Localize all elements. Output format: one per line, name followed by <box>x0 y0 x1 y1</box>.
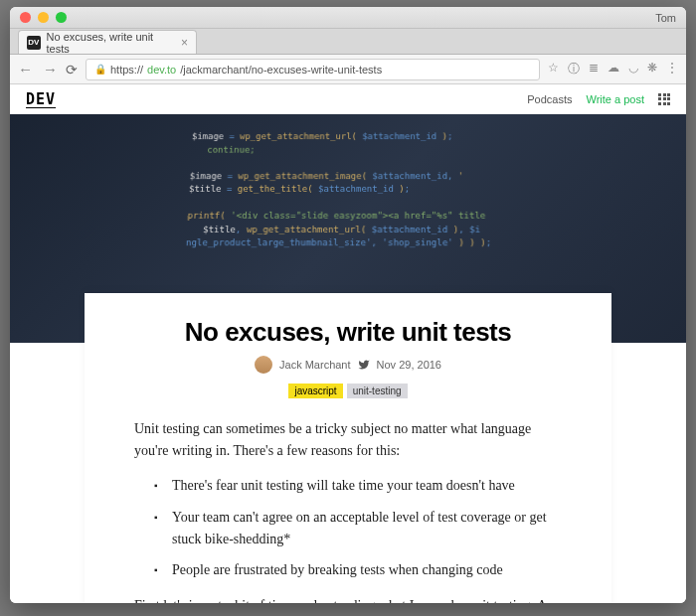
menu-icon[interactable]: ⋮ <box>666 61 678 77</box>
article-title: No excuses, write unit tests <box>134 317 562 348</box>
reload-button[interactable]: ⟳ <box>66 62 78 77</box>
article-body: Unit testing can sometimes be a tricky s… <box>134 418 562 603</box>
list-item: There's fear unit testing will take time… <box>154 475 562 497</box>
site-navbar: DEV Podcasts Write a post <box>10 84 686 114</box>
star-icon[interactable]: ☆ <box>548 61 559 77</box>
maximize-window-button[interactable] <box>56 12 67 23</box>
tab-bar: DV No excuses, write unit tests × <box>10 29 686 55</box>
url-field[interactable]: 🔒 https://dev.to/jackmarchant/no-excuses… <box>86 59 540 80</box>
window-titlebar: Tom <box>10 7 686 29</box>
list-item: Your team can't agree on an acceptable l… <box>154 507 562 549</box>
outro-paragraph: First let's invest a bit of time underst… <box>134 595 562 603</box>
browser-window: Tom DV No excuses, write unit tests × ← … <box>10 7 686 603</box>
url-path: /jackmarchant/no-excuses-write-unit-test… <box>180 64 382 76</box>
info-icon[interactable]: ⓘ <box>568 61 580 77</box>
site-logo[interactable]: DEV <box>26 90 56 108</box>
cloud-icon[interactable]: ☁ <box>608 61 619 77</box>
close-tab-icon[interactable]: × <box>181 36 188 50</box>
evernote-icon[interactable]: ❋ <box>647 61 657 77</box>
readability-icon[interactable]: ≣ <box>589 61 599 77</box>
pocket-icon[interactable]: ◡ <box>628 61 638 77</box>
traffic-lights <box>20 12 67 23</box>
author-avatar[interactable] <box>255 356 272 374</box>
tab-title: No excuses, write unit tests <box>47 31 175 55</box>
article-card: No excuses, write unit tests Jack Marcha… <box>85 293 611 603</box>
reasons-list: There's fear unit testing will take time… <box>154 475 562 581</box>
apps-grid-icon[interactable] <box>658 93 670 105</box>
lock-icon: 🔒 <box>94 64 106 75</box>
toolbar-icons: ☆ ⓘ ≣ ☁ ◡ ❋ ⋮ <box>548 61 678 77</box>
profile-name[interactable]: Tom <box>655 12 676 24</box>
address-bar: ← → ⟳ 🔒 https://dev.to/jackmarchant/no-e… <box>10 55 686 84</box>
browser-tab[interactable]: DV No excuses, write unit tests × <box>18 30 197 54</box>
url-scheme: https:// <box>110 64 143 76</box>
code-sample-decoration: $image = wp_get_attachment_url( $attachm… <box>186 130 670 249</box>
forward-button[interactable]: → <box>43 61 58 77</box>
write-post-link[interactable]: Write a post <box>587 93 645 105</box>
twitter-icon[interactable] <box>358 359 370 371</box>
back-button[interactable]: ← <box>18 61 33 77</box>
nav-arrows: ← → <box>18 61 58 77</box>
list-item: People are frustrated by breaking tests … <box>154 559 562 581</box>
byline: Jack Marchant Nov 29, 2016 <box>134 356 562 374</box>
tag-javascript[interactable]: javascript <box>288 384 342 398</box>
author-name[interactable]: Jack Marchant <box>279 359 351 371</box>
url-host: dev.to <box>147 64 176 76</box>
publish-date: Nov 29, 2016 <box>377 359 441 371</box>
close-window-button[interactable] <box>20 12 31 23</box>
tag-unit-testing[interactable]: unit-testing <box>347 384 408 398</box>
minimize-window-button[interactable] <box>38 12 49 23</box>
intro-paragraph: Unit testing can sometimes be a tricky s… <box>134 418 562 461</box>
tag-list: javascript unit-testing <box>134 384 562 398</box>
page-content: DEV Podcasts Write a post $image = wp_ge… <box>10 84 686 603</box>
podcasts-link[interactable]: Podcasts <box>527 93 572 105</box>
favicon-icon: DV <box>27 36 41 50</box>
